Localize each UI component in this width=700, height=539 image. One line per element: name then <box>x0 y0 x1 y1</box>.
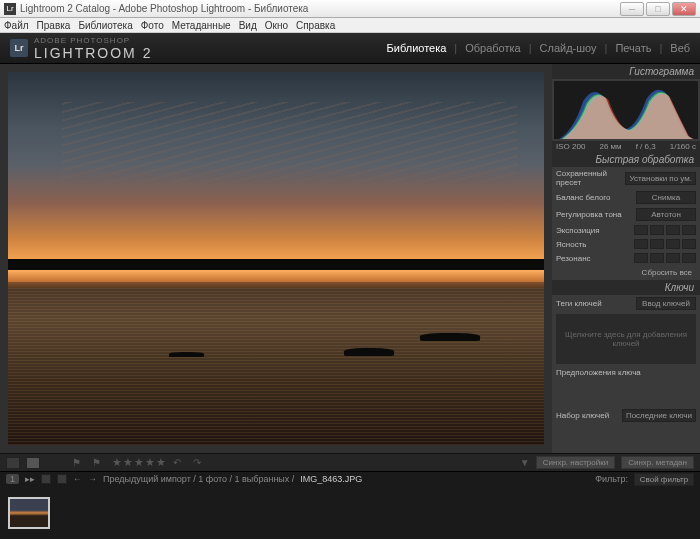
module-web[interactable]: Веб <box>670 42 690 54</box>
module-picker: Библиотека| Обработка| Слайд-шоу| Печать… <box>387 42 690 54</box>
thumbnail[interactable] <box>8 497 50 529</box>
module-slideshow[interactable]: Слайд-шоу <box>540 42 597 54</box>
iso-value: ISO 200 <box>556 142 585 151</box>
loupe-view <box>0 64 552 453</box>
app-name: LIGHTROOM 2 <box>34 45 152 61</box>
clarity-stepper[interactable] <box>634 239 696 249</box>
filter-label: Фильтр: <box>595 474 628 484</box>
wb-label: Баланс белого <box>556 193 632 202</box>
vibrance-label: Резонанс <box>556 254 630 263</box>
toolbar-chevron-icon[interactable]: ▼ <box>520 457 530 468</box>
keyword-set-select[interactable]: Последние ключи <box>622 409 696 422</box>
grid-view-icon[interactable] <box>6 457 20 469</box>
toolbar: ⚑ ⚑ ★★★★★ ↶ ↷ ▼ Синхр. настройки Синхр. … <box>0 453 700 471</box>
histogram[interactable] <box>554 81 698 139</box>
loupe-view-icon[interactable] <box>26 457 40 469</box>
exposure-stepper[interactable] <box>634 225 696 235</box>
filter-select[interactable]: Свой фильтр <box>634 473 694 486</box>
menu-library[interactable]: Библиотека <box>78 20 132 31</box>
right-panel: Гистограмма ISO 200 26 мм f / 6,3 1/160 … <box>552 64 700 453</box>
filmstrip[interactable] <box>0 486 700 539</box>
window-titlebar: Lr Lightroom 2 Catalog - Adobe Photoshop… <box>0 0 700 18</box>
close-button[interactable]: ✕ <box>672 2 696 16</box>
keyword-tags-label: Теги ключей <box>556 299 632 308</box>
shutter-value: 1/160 с <box>670 142 696 151</box>
aperture-value: f / 6,3 <box>636 142 656 151</box>
keyword-set-label: Набор ключей <box>556 411 618 420</box>
maximize-button[interactable]: □ <box>646 2 670 16</box>
menu-edit[interactable]: Правка <box>37 20 71 31</box>
menu-view[interactable]: Вид <box>239 20 257 31</box>
filmstrip-filename: IMG_8463.JPG <box>300 474 362 484</box>
keywords-header[interactable]: Ключи <box>552 280 700 295</box>
clarity-label: Ясность <box>556 240 630 249</box>
exposure-label: Экспозиция <box>556 226 630 235</box>
preset-label: Сохраненный пресет <box>556 169 621 187</box>
rotate-ccw-icon[interactable]: ↶ <box>173 457 187 469</box>
sync-settings-button[interactable]: Синхр. настройки <box>536 456 615 469</box>
app-icon: Lr <box>4 3 16 15</box>
tone-label: Регулировка тона <box>556 210 632 219</box>
app-tagline: ADOBE PHOTOSHOP <box>34 36 152 45</box>
rotate-cw-icon[interactable]: ↷ <box>193 457 207 469</box>
module-develop[interactable]: Обработка <box>465 42 520 54</box>
menubar: Файл Правка Библиотека Фото Метаданные В… <box>0 18 700 33</box>
preset-select[interactable]: Установки по ум. <box>625 172 696 185</box>
module-library[interactable]: Библиотека <box>387 42 447 54</box>
module-print[interactable]: Печать <box>615 42 651 54</box>
keyword-mode-select[interactable]: Ввод ключей <box>636 297 696 310</box>
app-header: Lr ADOBE PHOTOSHOP LIGHTROOM 2 Библиотек… <box>0 33 700 64</box>
menu-photo[interactable]: Фото <box>141 20 164 31</box>
sync-metadata-button[interactable]: Синхр. метадан <box>621 456 694 469</box>
menu-window[interactable]: Окно <box>265 20 288 31</box>
filmstrip-header: 1 ▸▸ ← → Предыдущий импорт / 1 фото / 1 … <box>0 471 700 486</box>
keyword-suggest-label: Предположения ключа <box>556 368 696 377</box>
autotone-button[interactable]: Автотон <box>636 208 696 221</box>
photo-preview[interactable] <box>8 72 544 445</box>
monitor-badge[interactable]: 1 <box>6 474 19 484</box>
rating-stars[interactable]: ★★★★★ <box>112 456 167 469</box>
menu-metadata[interactable]: Метаданные <box>172 20 231 31</box>
grid-small-icon[interactable] <box>41 474 51 484</box>
histogram-info: ISO 200 26 мм f / 6,3 1/160 с <box>552 141 700 152</box>
menu-file[interactable]: Файл <box>4 20 29 31</box>
quickdev-header[interactable]: Быстрая обработка <box>552 152 700 167</box>
histogram-header[interactable]: Гистограмма <box>552 64 700 79</box>
grid-med-icon[interactable] <box>57 474 67 484</box>
wb-select[interactable]: Снимка <box>636 191 696 204</box>
vibrance-stepper[interactable] <box>634 253 696 263</box>
menu-help[interactable]: Справка <box>296 20 335 31</box>
forward-icon[interactable]: → <box>88 474 97 484</box>
reset-all-button[interactable]: Сбросить все <box>556 267 696 278</box>
back-icon[interactable]: ← <box>73 474 82 484</box>
lightroom-logo-icon: Lr <box>10 39 28 57</box>
window-title: Lightroom 2 Catalog - Adobe Photoshop Li… <box>20 3 620 14</box>
keyword-input[interactable]: Щелкните здесь для добавления ключей <box>556 314 696 364</box>
reject-icon[interactable]: ⚑ <box>92 457 106 469</box>
focal-value: 26 мм <box>599 142 621 151</box>
filmstrip-nav-icon[interactable]: ▸▸ <box>25 474 35 484</box>
filmstrip-info: Предыдущий импорт / 1 фото / 1 выбранных… <box>103 474 294 484</box>
flag-icon[interactable]: ⚑ <box>72 457 86 469</box>
minimize-button[interactable]: ─ <box>620 2 644 16</box>
